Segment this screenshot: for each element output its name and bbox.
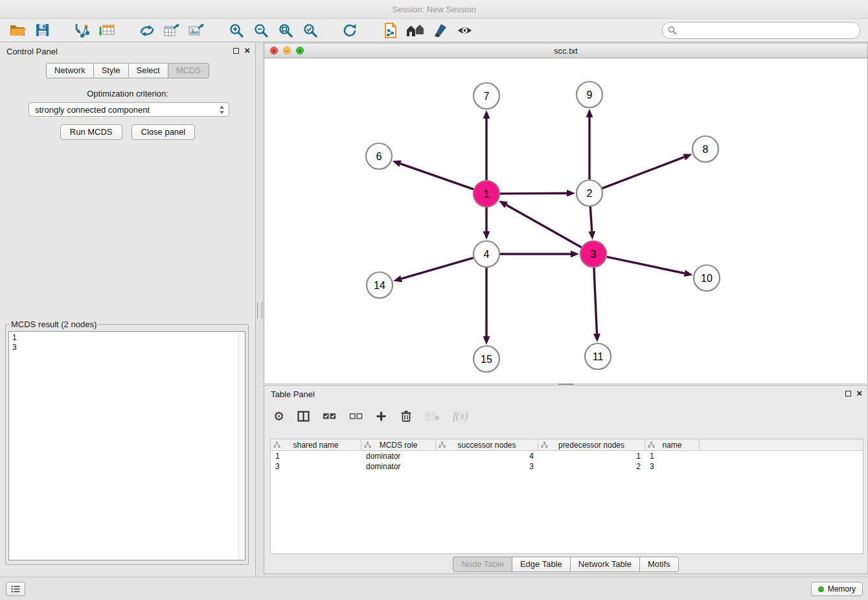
table-tab-node-table[interactable]: Node Table xyxy=(453,557,512,572)
close-table-panel-icon[interactable]: × xyxy=(856,389,862,397)
column-header-successor-nodes[interactable]: successor nodes xyxy=(436,439,538,451)
tab-mcds[interactable]: MCDS xyxy=(168,63,209,78)
node-9[interactable] xyxy=(577,82,602,108)
node-15[interactable] xyxy=(474,346,499,372)
cell-successor-nodes[interactable]: 3 xyxy=(436,461,538,472)
column-header-MCDS-role[interactable]: MCDS role xyxy=(361,439,436,451)
network-window-titlebar[interactable]: × − + scc.txt xyxy=(264,43,867,58)
column-header-shared-name[interactable]: shared name xyxy=(271,439,361,451)
cell-MCDS-role[interactable]: dominator xyxy=(361,451,436,461)
delete-column-button[interactable] xyxy=(400,410,413,422)
import-table-button[interactable] xyxy=(95,20,119,41)
memory-button[interactable]: Memory xyxy=(811,582,863,596)
table-row-2[interactable]: 3dominator323 xyxy=(271,461,863,472)
run-mcds-button[interactable]: Run MCDS xyxy=(60,124,122,140)
search-box[interactable] xyxy=(662,22,860,39)
edge-1-6[interactable] xyxy=(400,164,474,190)
node-7[interactable] xyxy=(474,83,499,109)
export-table-button[interactable] xyxy=(159,20,184,41)
column-header-name[interactable]: name xyxy=(645,439,700,451)
save-session-button[interactable] xyxy=(30,20,54,41)
application-window: Session: New Session xyxy=(0,0,868,600)
edge-4-14[interactable] xyxy=(402,258,474,279)
table-tab-network-table[interactable]: Network Table xyxy=(570,557,640,572)
task-history-button[interactable] xyxy=(6,582,25,596)
column-tree-icon xyxy=(364,441,371,448)
exchange-arrows-icon xyxy=(139,23,155,38)
select-all-button[interactable] xyxy=(323,411,336,421)
node-10[interactable] xyxy=(694,265,720,291)
node-3[interactable] xyxy=(580,241,606,267)
window-titlebar[interactable]: Session: New Session xyxy=(0,0,868,19)
search-input[interactable] xyxy=(680,25,854,36)
float-panel-icon[interactable] xyxy=(233,48,239,54)
create-column-button[interactable] xyxy=(376,411,387,422)
node-2[interactable] xyxy=(577,180,602,206)
close-panel-icon[interactable]: × xyxy=(244,47,250,54)
open-session-button[interactable] xyxy=(5,20,30,41)
cell-shared-name[interactable]: 1 xyxy=(271,451,361,461)
tab-style[interactable]: Style xyxy=(93,63,129,78)
cell-predecessor-nodes[interactable]: 1 xyxy=(538,451,645,461)
refresh-button[interactable] xyxy=(338,20,363,41)
table-settings-button[interactable]: ⚙ xyxy=(273,410,284,422)
zoom-out-button[interactable] xyxy=(249,20,273,41)
cell-successor-nodes[interactable]: 4 xyxy=(436,451,538,461)
result-scrollbar[interactable] xyxy=(238,332,245,560)
main-toolbar xyxy=(0,19,868,42)
node-8[interactable] xyxy=(692,136,718,162)
cell-shared-name[interactable]: 3 xyxy=(271,461,361,472)
edge-3-10[interactable] xyxy=(607,257,685,273)
memory-status-icon xyxy=(818,586,824,592)
cell-name[interactable]: 1 xyxy=(645,451,700,461)
vertical-splitter[interactable] xyxy=(255,43,264,577)
cell-predecessor-nodes[interactable]: 2 xyxy=(538,461,645,472)
maximize-window-icon[interactable]: + xyxy=(296,47,304,54)
node-1[interactable] xyxy=(474,181,499,207)
edge-2-3[interactable] xyxy=(590,207,591,231)
import-network-button[interactable] xyxy=(70,20,95,41)
unselect-all-button[interactable] xyxy=(349,411,363,421)
edge-3-11[interactable] xyxy=(594,268,597,334)
zoom-in-button[interactable] xyxy=(224,20,249,41)
export-image-button[interactable] xyxy=(184,20,209,41)
edge-2-8[interactable] xyxy=(602,157,685,188)
new-network-from-selection-button[interactable] xyxy=(135,20,159,41)
network-document-button[interactable] xyxy=(378,20,403,41)
arrowhead-3-10 xyxy=(684,270,693,277)
cell-name[interactable]: 3 xyxy=(645,461,700,472)
tab-select[interactable]: Select xyxy=(128,63,168,78)
column-header-predecessor-nodes[interactable]: predecessor nodes xyxy=(538,439,645,451)
table-tab-edge-table[interactable]: Edge Table xyxy=(512,557,571,572)
edge-3-1[interactable] xyxy=(506,205,581,248)
delete-table-button[interactable] xyxy=(426,411,440,421)
zoom-fit-button[interactable] xyxy=(273,20,298,41)
show-columns-button[interactable] xyxy=(297,411,310,422)
apply-style-button[interactable] xyxy=(428,20,452,41)
node-14[interactable] xyxy=(367,272,393,298)
home-button[interactable] xyxy=(403,20,428,41)
table-panel: Table Panel × ⚙ xyxy=(264,385,868,574)
show-graphics-details-button[interactable] xyxy=(452,20,477,41)
close-panel-button[interactable]: Close panel xyxy=(131,124,196,140)
columns-icon xyxy=(297,411,310,422)
criterion-dropdown[interactable]: strongly connected component xyxy=(29,102,229,117)
table-header-row: shared nameMCDS rolesuccessor nodesprede… xyxy=(271,439,863,451)
table-tab-motifs[interactable]: Motifs xyxy=(639,557,679,572)
cell-MCDS-role[interactable]: dominator xyxy=(361,461,436,472)
node-11[interactable] xyxy=(585,343,611,369)
close-window-icon[interactable]: × xyxy=(270,47,278,54)
zoom-selected-button[interactable] xyxy=(298,20,323,41)
optimization-criterion-label: Optimization criterion: xyxy=(0,89,255,98)
function-builder-button[interactable]: f(x) xyxy=(453,410,468,422)
memory-label: Memory xyxy=(828,584,856,594)
minimize-window-icon[interactable]: − xyxy=(283,47,291,54)
edge-1-2[interactable] xyxy=(500,193,567,194)
table-row-1[interactable]: 1dominator411 xyxy=(271,451,863,461)
node-4[interactable] xyxy=(474,241,499,267)
mcds-result-text[interactable]: 1 3 xyxy=(9,332,238,560)
node-6[interactable] xyxy=(366,143,392,169)
float-table-panel-icon[interactable] xyxy=(845,391,851,397)
tab-network[interactable]: Network xyxy=(46,63,94,78)
network-canvas[interactable]: 7968124314101511 xyxy=(264,58,867,383)
